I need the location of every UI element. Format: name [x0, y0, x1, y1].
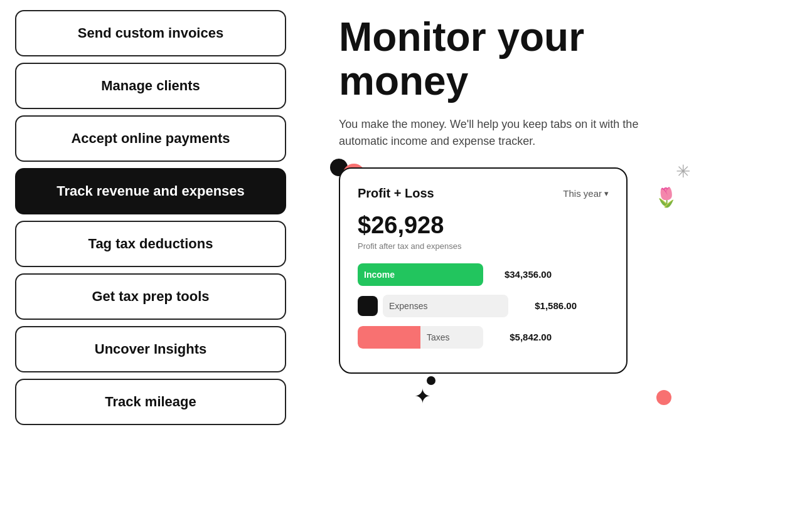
deco-tulip: 🌷	[654, 186, 678, 208]
taxes-label: Taxes	[427, 332, 450, 342]
right-panel: Monitor your money You make the money. W…	[301, 0, 812, 506]
taxes-row: Taxes $5,842.00	[358, 326, 609, 349]
deco-star-bottom: ✦	[414, 384, 431, 408]
card-wrapper: ✳ 🌷 ✦ Profit + Loss This year $26,928 Pr…	[339, 167, 640, 374]
deco-star-topright: ✳	[676, 161, 690, 182]
taxes-bar-empty: Taxes	[420, 326, 483, 349]
headline: Monitor your money	[339, 15, 690, 103]
taxes-bar: Taxes	[358, 326, 483, 349]
income-label: Income	[364, 270, 395, 280]
profit-label: Profit after tax and expenses	[358, 241, 609, 251]
card-title: Profit + Loss	[358, 186, 434, 201]
income-amount: $34,356.00	[492, 269, 552, 280]
menu-btn-tag-tax-deductions[interactable]: Tag tax deductions	[15, 221, 286, 267]
expenses-icon	[358, 296, 378, 316]
income-row: Income $34,356.00	[358, 263, 609, 286]
menu-btn-get-tax-prep-tools[interactable]: Get tax prep tools	[15, 273, 286, 320]
deco-dot-bottom	[427, 376, 435, 385]
income-bar: Income	[358, 263, 483, 286]
subtitle: You make the money. We'll help you keep …	[339, 116, 678, 150]
deco-dot-bottomright	[656, 390, 671, 405]
left-panel: Send custom invoicesManage clientsAccept…	[0, 0, 301, 506]
menu-btn-send-custom-invoices[interactable]: Send custom invoices	[15, 10, 286, 56]
menu-btn-manage-clients[interactable]: Manage clients	[15, 63, 286, 109]
taxes-bar-fill	[358, 326, 420, 349]
menu-btn-uncover-insights[interactable]: Uncover Insights	[15, 326, 286, 372]
expenses-label: Expenses	[389, 301, 427, 311]
profit-loss-card: Profit + Loss This year $26,928 Profit a…	[339, 167, 628, 374]
card-period-selector[interactable]: This year	[563, 188, 609, 199]
menu-btn-track-revenue-expenses[interactable]: Track revenue and expenses	[15, 168, 286, 214]
menu-btn-accept-online-payments[interactable]: Accept online payments	[15, 115, 286, 162]
profit-amount: $26,928	[358, 212, 609, 239]
menu-btn-track-mileage[interactable]: Track mileage	[15, 379, 286, 425]
expenses-row: Expenses $1,586.00	[358, 295, 609, 317]
taxes-amount: $5,842.00	[492, 332, 552, 342]
card-header: Profit + Loss This year	[358, 186, 609, 201]
expenses-amount: $1,586.00	[517, 300, 577, 311]
